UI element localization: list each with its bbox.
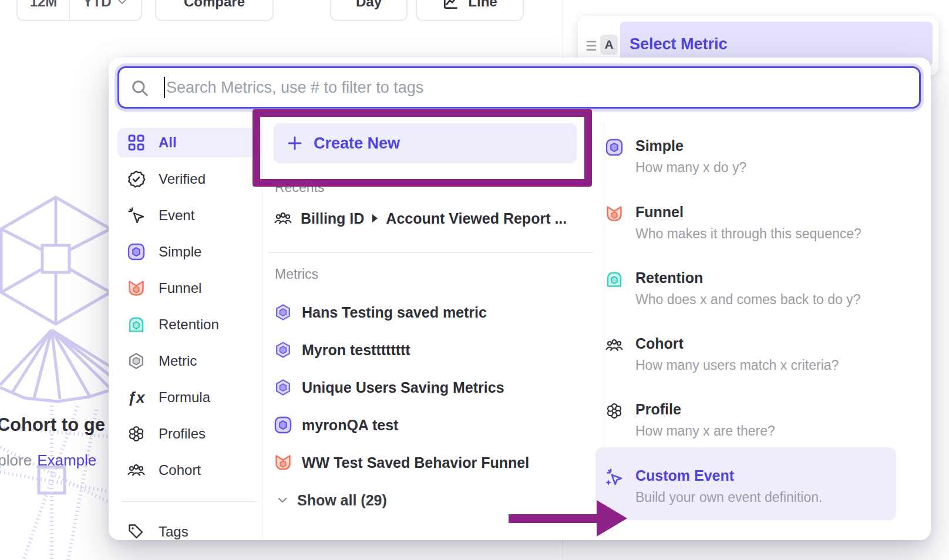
type-description: Build your own event definition.	[635, 490, 901, 505]
series-a-label: A	[604, 38, 613, 52]
sidebar-item-verified[interactable]: Verified	[117, 164, 262, 194]
type-title: Funnel	[635, 203, 901, 221]
compare-button[interactable]: Compare	[155, 0, 274, 21]
sidebar-item-label: Retention	[159, 316, 219, 333]
type-title: Cohort	[635, 335, 901, 352]
line-chart-icon	[442, 0, 460, 11]
sidebar-item-label: Cohort	[159, 462, 201, 478]
type-profile[interactable]: Profile How many x are there?	[605, 400, 901, 438]
type-custom-event[interactable]: Custom Event Build your own event defini…	[605, 467, 901, 505]
type-description: Who does x and comes back to do y?	[635, 292, 901, 307]
metric-item-myronqa[interactable]: myronQA test	[274, 411, 529, 439]
sidebar-item-metric[interactable]: Metric	[117, 346, 262, 376]
metric-item-ww-funnel[interactable]: WW Test Saved Behavior Funnel	[274, 448, 529, 477]
search-box[interactable]	[117, 66, 921, 109]
metric-item-label: Myron testttttttt	[302, 342, 410, 359]
filter-sidebar: All Verified Event Simple Funnel Retenti…	[117, 128, 262, 540]
divider	[267, 252, 593, 253]
type-title: Retention	[635, 269, 901, 286]
sidebar-item-label: Funnel	[159, 280, 201, 296]
sidebar-item-funnel[interactable]: Funnel	[117, 274, 262, 303]
range-12m-button[interactable]: 12M	[18, 0, 69, 20]
simple-metric-icon	[605, 138, 624, 157]
profiles-cluster-icon	[605, 402, 624, 420]
cohort-people-icon	[605, 336, 624, 355]
metric-hexagon-icon	[127, 352, 146, 370]
formula-fx-icon: ƒx	[127, 389, 146, 407]
sidebar-item-all[interactable]: All	[117, 128, 262, 157]
breadcrumb-arrow-icon	[372, 214, 378, 222]
event-cursor-icon	[127, 206, 146, 225]
create-new-label: Create New	[314, 134, 400, 153]
funnel-icon	[274, 453, 292, 472]
sidebar-item-label: Metric	[159, 353, 197, 369]
recents-header: Recents	[275, 180, 324, 195]
range-ytd-button[interactable]: YTD	[70, 0, 141, 20]
funnel-icon	[127, 279, 146, 298]
metric-picker-dropdown: All Verified Event Simple Funnel Retenti…	[109, 58, 931, 540]
saved-metric-icon	[274, 303, 292, 322]
cohort-people-icon	[127, 461, 146, 480]
sidebar-item-label: All	[159, 134, 177, 151]
metric-item-hans[interactable]: Hans Testing saved metric	[274, 298, 529, 326]
drag-handle-icon[interactable]	[586, 38, 598, 53]
type-simple[interactable]: Simple How many x do y?	[605, 137, 901, 175]
sidebar-item-formula[interactable]: ƒx Formula	[117, 383, 262, 412]
metric-item-label: Hans Testing saved metric	[302, 304, 487, 321]
custom-event-icon	[605, 468, 624, 487]
chart-type-button[interactable]: Line	[416, 0, 524, 21]
retention-icon	[605, 270, 624, 289]
chevron-down-icon	[276, 494, 289, 507]
recent-item-billing[interactable]: Billing ID Account Viewed Report ...	[274, 205, 567, 231]
create-new-button[interactable]: Create New	[274, 123, 577, 163]
sidebar-item-simple[interactable]: Simple	[117, 237, 262, 266]
date-range-control: 12M YTD	[16, 0, 142, 21]
sidebar-item-retention[interactable]: Retention	[117, 310, 262, 339]
sidebar-item-profiles[interactable]: Profiles	[117, 419, 262, 448]
profiles-cluster-icon	[127, 424, 146, 443]
divider	[122, 501, 257, 502]
sidebar-item-label: Simple	[159, 244, 201, 260]
range-ytd-label: YTD	[83, 0, 112, 10]
metric-item-label: WW Test Saved Behavior Funnel	[302, 454, 529, 471]
metric-item-label: Unique Users Saving Metrics	[302, 379, 504, 396]
background-headline: r Cohort to ge	[0, 414, 105, 436]
metrics-header: Metrics	[275, 266, 318, 282]
type-description: How many users match x criteria?	[635, 357, 901, 373]
metric-item-unique-users[interactable]: Unique Users Saving Metrics	[274, 373, 529, 402]
granularity-button[interactable]: Day	[330, 0, 408, 21]
wireframe-illustration	[0, 194, 112, 560]
sidebar-item-label: Profiles	[159, 426, 206, 442]
background-explore-line: ExploreExample	[0, 451, 96, 470]
sidebar-item-event[interactable]: Event	[117, 201, 262, 230]
type-retention[interactable]: Retention Who does x and comes back to d…	[605, 269, 901, 307]
chevron-down-icon	[116, 0, 128, 8]
retention-icon	[127, 315, 146, 334]
sidebar-item-label: Event	[159, 207, 194, 224]
verified-badge-icon	[127, 170, 146, 188]
example-link[interactable]: Example	[37, 451, 96, 469]
simple-metric-icon	[274, 416, 292, 434]
simple-metric-icon	[127, 242, 146, 261]
metrics-list: Hans Testing saved metric Myron testtttt…	[274, 298, 529, 477]
cohort-people-icon	[274, 209, 292, 228]
show-all-button[interactable]: Show all (29)	[276, 488, 387, 512]
type-cohort[interactable]: Cohort How many users match x criteria?	[605, 335, 901, 373]
search-icon	[130, 78, 149, 97]
select-metric-label: Select Metric	[630, 35, 728, 53]
sidebar-item-cohort[interactable]: Cohort	[117, 456, 262, 485]
type-description: Who makes it through this sequence?	[635, 226, 901, 241]
chart-type-label: Line	[468, 0, 497, 10]
type-description: How many x are there?	[635, 423, 901, 438]
sidebar-item-tags[interactable]: Tags	[117, 517, 262, 540]
metric-item-myron[interactable]: Myron testttttttt	[274, 336, 529, 364]
recent-item-secondary: Account Viewed Report ...	[386, 210, 567, 227]
sidebar-item-label: Tags	[159, 524, 189, 540]
search-input[interactable]	[166, 79, 908, 97]
funnel-icon	[605, 204, 624, 223]
plus-icon	[287, 135, 303, 151]
explore-prefix: Explore	[0, 451, 32, 469]
tag-icon	[127, 522, 146, 540]
type-funnel[interactable]: Funnel Who makes it through this sequenc…	[605, 203, 901, 241]
sidebar-item-label: Formula	[159, 389, 210, 406]
